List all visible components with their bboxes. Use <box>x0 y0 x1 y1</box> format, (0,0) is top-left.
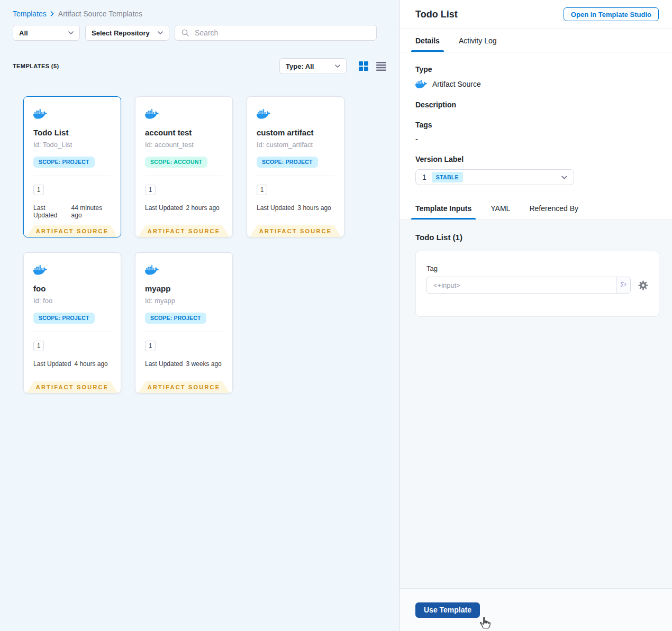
version-chip: 1 <box>33 185 44 195</box>
card-divider <box>257 176 334 176</box>
last-updated: Last Updated 2 hours ago <box>145 204 223 212</box>
scope-badge: SCOPE: PROJECT <box>33 157 95 168</box>
last-updated-value: 2 hours ago <box>186 204 219 212</box>
scope-filter-value: All <box>19 29 28 37</box>
tag-field-label: Tag <box>426 264 648 272</box>
search-box[interactable] <box>175 25 377 41</box>
breadcrumb-templates-link[interactable]: Templates <box>13 10 47 18</box>
docker-icon <box>257 108 334 120</box>
breadcrumb-current: Artifact Source Templates <box>58 10 142 18</box>
chevron-down-icon <box>335 65 340 68</box>
breadcrumb: Templates Artifact Source Templates <box>0 0 399 18</box>
last-updated-label: Last Updated <box>145 204 183 212</box>
type-label: Type <box>415 65 656 74</box>
last-updated-value: 4 hours ago <box>74 360 107 368</box>
search-icon <box>181 29 189 36</box>
docker-icon <box>145 108 223 120</box>
template-id: Id: custom_artifact <box>257 141 334 149</box>
card-divider <box>145 176 223 176</box>
type-value: Artifact Source <box>432 80 481 88</box>
tab-template-inputs[interactable]: Template Inputs <box>415 197 471 220</box>
view-toggles <box>359 61 386 71</box>
tab-yaml[interactable]: YAML <box>491 197 510 220</box>
docker-icon <box>415 79 427 89</box>
template-id: Id: foo <box>33 297 111 305</box>
docker-icon <box>33 264 111 276</box>
repository-filter-dropdown[interactable]: Select Repository <box>85 25 169 41</box>
use-template-button[interactable]: Use Template <box>415 602 480 618</box>
tab-activity-log[interactable]: Activity Log <box>459 29 497 52</box>
tab-referenced-by[interactable]: Referenced By <box>529 197 578 220</box>
description-label: Description <box>415 100 656 109</box>
inputs-section-title: Todo List (1) <box>415 233 659 242</box>
open-in-template-studio-button[interactable]: Open in Template Studio <box>564 7 659 21</box>
tags-label: Tags <box>415 121 656 129</box>
last-updated-value: 3 hours ago <box>297 204 331 212</box>
template-card-myapp[interactable]: myapp Id: myapp SCOPE: PROJECT 1 Last Up… <box>135 252 233 394</box>
artifact-source-ribbon: ARTIFACT SOURCE <box>26 225 118 237</box>
details-body: Type Artifact Source Description Tags - … <box>399 52 672 197</box>
scope-badge: SCOPE: PROJECT <box>257 157 318 168</box>
last-updated-label: Last Updated <box>33 204 68 219</box>
version-chip: 1 <box>145 341 156 351</box>
grid-view-icon[interactable] <box>359 61 368 71</box>
template-name: myapp <box>145 284 223 293</box>
artifact-source-ribbon: ARTIFACT SOURCE <box>138 381 230 393</box>
chevron-right-icon <box>50 11 55 16</box>
template-id: Id: Todo_List <box>33 141 111 149</box>
chevron-down-icon <box>158 31 163 34</box>
template-name: account test <box>145 128 223 137</box>
repository-filter-value: Select Repository <box>92 29 150 37</box>
artifact-source-ribbon: ARTIFACT SOURCE <box>138 225 230 237</box>
version-value: 1 <box>422 173 426 181</box>
version-dropdown[interactable]: 1 STABLE <box>415 169 574 185</box>
template-card-account-test[interactable]: account test Id: account_test SCOPE: ACC… <box>135 96 233 237</box>
scope-badge: SCOPE: PROJECT <box>145 313 206 324</box>
last-updated-value: 3 weeks ago <box>186 360 221 368</box>
version-chip: 1 <box>33 341 44 351</box>
docker-icon <box>33 108 111 120</box>
template-id: Id: account_test <box>145 141 223 149</box>
inputs-tabbar: Template Inputs YAML Referenced By <box>399 197 672 220</box>
card-divider <box>33 332 111 332</box>
templates-count-label: TEMPLATES (5) <box>13 63 59 69</box>
card-divider <box>145 332 223 332</box>
template-library-page: Templates Artifact Source Templates All … <box>0 0 672 631</box>
template-id: Id: myapp <box>145 297 223 305</box>
scope-filter-dropdown[interactable]: All <box>13 25 80 41</box>
version-label: Version Label <box>415 155 656 163</box>
inputs-card: Tag Σˣ <box>415 251 659 317</box>
details-tabbar: Details Activity Log <box>399 29 672 52</box>
template-card-todo-list[interactable]: Todo List Id: Todo_List SCOPE: PROJECT 1… <box>23 96 121 237</box>
details-header: Todo List Open in Template Studio <box>399 0 672 29</box>
last-updated: Last Updated 3 hours ago <box>257 204 334 212</box>
template-list-panel: Templates Artifact Source Templates All … <box>0 0 399 631</box>
type-filter-dropdown[interactable]: Type: All <box>279 58 347 74</box>
type-value-row: Artifact Source <box>415 79 656 89</box>
last-updated: Last Updated 44 minutes ago <box>33 204 111 219</box>
chevron-down-icon <box>561 176 567 179</box>
page-title: Todo List <box>415 9 564 20</box>
last-updated: Last Updated 4 hours ago <box>33 360 111 368</box>
tag-input[interactable] <box>427 277 616 293</box>
chevron-down-icon <box>68 31 74 34</box>
search-input[interactable] <box>194 28 370 38</box>
last-updated-label: Last Updated <box>33 360 71 368</box>
list-header: TEMPLATES (5) Type: All <box>13 58 386 74</box>
details-footer: Use Template <box>399 588 672 631</box>
template-card-foo[interactable]: foo Id: foo SCOPE: PROJECT 1 Last Update… <box>23 252 121 394</box>
last-updated-value: 44 minutes ago <box>71 204 111 219</box>
tab-details[interactable]: Details <box>415 29 440 52</box>
template-name: Todo List <box>33 128 111 137</box>
last-updated-label: Last Updated <box>257 204 294 212</box>
version-chip: 1 <box>257 185 267 195</box>
docker-icon <box>145 264 223 276</box>
version-chip: 1 <box>145 185 156 195</box>
template-card-custom-artifact[interactable]: custom artifact Id: custom_artifact SCOP… <box>247 96 344 237</box>
template-inputs-content: Todo List (1) Tag Σˣ <box>399 220 672 588</box>
expression-icon[interactable]: Σˣ <box>616 277 630 293</box>
template-cards-grid: Todo List Id: Todo_List SCOPE: PROJECT 1… <box>23 96 399 394</box>
list-view-icon[interactable] <box>376 62 386 71</box>
gear-icon[interactable] <box>638 280 648 290</box>
artifact-source-ribbon: ARTIFACT SOURCE <box>26 381 118 393</box>
